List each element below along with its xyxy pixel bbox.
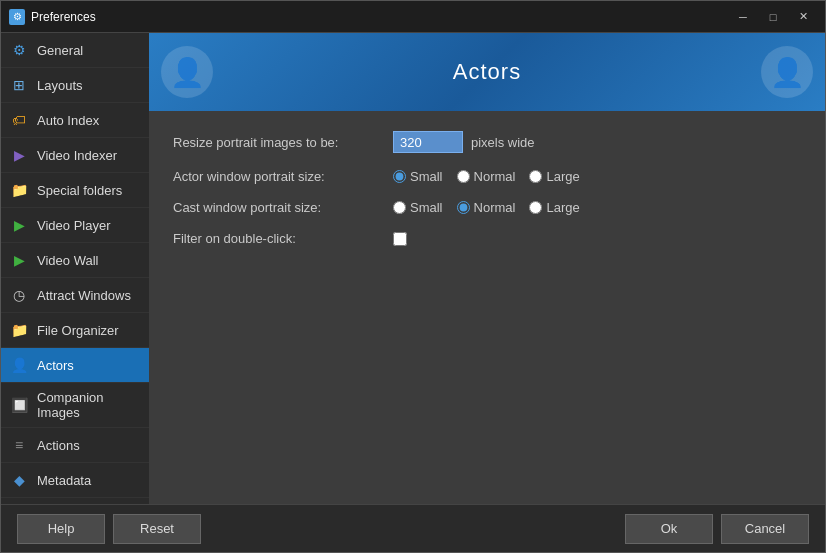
actions-icon: ≡ — [9, 435, 29, 455]
help-button[interactable]: Help — [17, 514, 105, 544]
actor-portrait-options: Small Normal Large — [393, 169, 580, 184]
cast-portrait-label: Cast window portrait size: — [173, 200, 393, 215]
cast-normal-radio[interactable] — [457, 201, 470, 214]
cast-small-option[interactable]: Small — [393, 200, 443, 215]
actor-small-radio[interactable] — [393, 170, 406, 183]
sidebar-item-actions[interactable]: ≡Actions — [1, 428, 149, 463]
video-wall-icon: ▶ — [9, 250, 29, 270]
sidebar-label-actors: Actors — [37, 358, 74, 373]
sidebar-item-video-wall[interactable]: ▶Video Wall — [1, 243, 149, 278]
resize-control: pixels wide — [393, 131, 535, 153]
video-player-icon: ▶ — [9, 215, 29, 235]
actor-normal-label: Normal — [474, 169, 516, 184]
filter-label: Filter on double-click: — [173, 231, 393, 246]
companion-images-icon: 🔲 — [9, 395, 29, 415]
sidebar-label-video-player: Video Player — [37, 218, 110, 233]
cast-portrait-row: Cast window portrait size: Small Normal — [173, 200, 801, 215]
sidebar-label-layouts: Layouts — [37, 78, 83, 93]
sidebar-item-layouts[interactable]: ⊞Layouts — [1, 68, 149, 103]
reset-button[interactable]: Reset — [113, 514, 201, 544]
file-organizer-icon: 📁 — [9, 320, 29, 340]
actor-portrait-row: Actor window portrait size: Small Normal — [173, 169, 801, 184]
cast-portrait-options: Small Normal Large — [393, 200, 580, 215]
actor-normal-option[interactable]: Normal — [457, 169, 516, 184]
cast-small-label: Small — [410, 200, 443, 215]
sidebar-item-special-folders[interactable]: 📁Special folders — [1, 173, 149, 208]
sidebar-item-metadata[interactable]: ◆Metadata — [1, 463, 149, 498]
filter-checkbox[interactable] — [393, 232, 407, 246]
general-icon: ⚙ — [9, 40, 29, 60]
cast-large-radio[interactable] — [529, 201, 542, 214]
sidebar-item-video-indexer[interactable]: ▶Video Indexer — [1, 138, 149, 173]
footer: Help Reset Ok Cancel — [1, 504, 825, 552]
sidebar-item-attract-windows[interactable]: ◷Attract Windows — [1, 278, 149, 313]
sidebar-label-auto-index: Auto Index — [37, 113, 99, 128]
sidebar-label-special-folders: Special folders — [37, 183, 122, 198]
footer-left: Help Reset — [17, 514, 201, 544]
cast-normal-label: Normal — [474, 200, 516, 215]
resize-row: Resize portrait images to be: pixels wid… — [173, 131, 801, 153]
main-panel: 👤 Actors 👤 Resize portrait images to be:… — [149, 33, 825, 504]
sidebar-label-file-organizer: File Organizer — [37, 323, 119, 338]
actors-icon: 👤 — [9, 355, 29, 375]
panel-icon-right: 👤 — [761, 46, 813, 98]
attract-windows-icon: ◷ — [9, 285, 29, 305]
video-indexer-icon: ▶ — [9, 145, 29, 165]
title-bar: ⚙ Preferences ─ □ ✕ — [1, 1, 825, 33]
actor-portrait-label: Actor window portrait size: — [173, 169, 393, 184]
auto-index-icon: 🏷 — [9, 110, 29, 130]
filter-control — [393, 232, 407, 246]
window-controls: ─ □ ✕ — [729, 7, 817, 27]
sidebar-label-attract-windows: Attract Windows — [37, 288, 131, 303]
close-button[interactable]: ✕ — [789, 7, 817, 27]
special-folders-icon: 📁 — [9, 180, 29, 200]
cast-normal-option[interactable]: Normal — [457, 200, 516, 215]
sidebar-label-companion-images: Companion Images — [37, 390, 141, 420]
panel-icon-left: 👤 — [161, 46, 213, 98]
sidebar-label-video-indexer: Video Indexer — [37, 148, 117, 163]
ok-button[interactable]: Ok — [625, 514, 713, 544]
content-area: ⚙General⊞Layouts🏷Auto Index▶Video Indexe… — [1, 33, 825, 504]
app-icon: ⚙ — [9, 9, 25, 25]
actor-normal-radio[interactable] — [457, 170, 470, 183]
actor-large-option[interactable]: Large — [529, 169, 579, 184]
panel-body: Resize portrait images to be: pixels wid… — [149, 111, 825, 504]
sidebar-item-video-player[interactable]: ▶Video Player — [1, 208, 149, 243]
actor-small-label: Small — [410, 169, 443, 184]
filter-row: Filter on double-click: — [173, 231, 801, 246]
layouts-icon: ⊞ — [9, 75, 29, 95]
sidebar: ⚙General⊞Layouts🏷Auto Index▶Video Indexe… — [1, 33, 149, 504]
sidebar-item-auto-index[interactable]: 🏷Auto Index — [1, 103, 149, 138]
sidebar-label-video-wall: Video Wall — [37, 253, 98, 268]
actor-small-option[interactable]: Small — [393, 169, 443, 184]
sidebar-item-companion-images[interactable]: 🔲Companion Images — [1, 383, 149, 428]
resize-input[interactable] — [393, 131, 463, 153]
metadata-icon: ◆ — [9, 470, 29, 490]
maximize-button[interactable]: □ — [759, 7, 787, 27]
resize-label: Resize portrait images to be: — [173, 135, 393, 150]
panel-header: 👤 Actors 👤 — [149, 33, 825, 111]
cast-large-option[interactable]: Large — [529, 200, 579, 215]
preferences-window: ⚙ Preferences ─ □ ✕ ⚙General⊞Layouts🏷Aut… — [0, 0, 826, 553]
sidebar-item-file-organizer[interactable]: 📁File Organizer — [1, 313, 149, 348]
pixels-label: pixels wide — [471, 135, 535, 150]
sidebar-label-actions: Actions — [37, 438, 80, 453]
sidebar-item-actors[interactable]: 👤Actors — [1, 348, 149, 383]
panel-title: Actors — [453, 59, 521, 85]
actor-large-radio[interactable] — [529, 170, 542, 183]
window-title: Preferences — [31, 10, 729, 24]
footer-right: Ok Cancel — [625, 514, 809, 544]
minimize-button[interactable]: ─ — [729, 7, 757, 27]
cast-large-label: Large — [546, 200, 579, 215]
actor-large-label: Large — [546, 169, 579, 184]
cast-small-radio[interactable] — [393, 201, 406, 214]
cancel-button[interactable]: Cancel — [721, 514, 809, 544]
sidebar-item-general[interactable]: ⚙General — [1, 33, 149, 68]
sidebar-list: ⚙General⊞Layouts🏷Auto Index▶Video Indexe… — [1, 33, 149, 504]
sidebar-label-general: General — [37, 43, 83, 58]
sidebar-label-metadata: Metadata — [37, 473, 91, 488]
